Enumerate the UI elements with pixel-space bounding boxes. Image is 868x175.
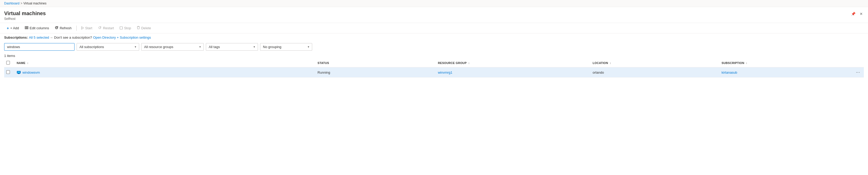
row-status-cell: Running	[316, 67, 436, 78]
toolbar: + + Add Edit columns Refresh Start	[0, 23, 868, 33]
header-status-label: STATUS	[318, 61, 329, 65]
header-actions	[848, 59, 864, 67]
header-subscription-label: SUBSCRIPTION	[721, 61, 744, 65]
breadcrumb-home[interactable]: Dashboard	[4, 2, 20, 5]
vm-name-link[interactable]: windowsvm	[17, 70, 313, 74]
subscription-sort-icon: ↕	[746, 61, 747, 65]
subscriptions-selected-link[interactable]: All 5 selected	[29, 35, 49, 40]
header-resource-group[interactable]: RESOURCE GROUP ↕	[436, 59, 590, 67]
vm-icon	[17, 70, 21, 74]
resource-groups-dropdown[interactable]: All resource groups ▾	[141, 43, 204, 51]
subscriptions-dropdown-arrow: ▾	[135, 45, 136, 49]
start-button[interactable]: Start	[79, 25, 95, 32]
add-icon: +	[7, 26, 9, 30]
header-name-label: NAME	[17, 61, 26, 65]
subscriptions-dash: –	[51, 35, 52, 40]
row-checkbox[interactable]	[6, 70, 10, 74]
rg-sort-icon: ↕	[468, 61, 470, 65]
edit-columns-label: Edit columns	[30, 26, 49, 30]
breadcrumb: Dashboard > Virtual machines	[0, 0, 868, 7]
subscriptions-bar: Subscriptions: All 5 selected – Don't se…	[0, 33, 868, 42]
svg-rect-1	[26, 26, 27, 29]
svg-rect-6	[18, 73, 20, 74]
edit-columns-button[interactable]: Edit columns	[22, 25, 52, 32]
stop-button[interactable]: Stop	[117, 25, 134, 32]
resource-groups-dropdown-label: All resource groups	[144, 45, 173, 49]
page-header: Virtual machines Selfhost 📌 ✕	[0, 7, 868, 23]
row-actions-cell: ···	[848, 67, 864, 78]
table-container: NAME ↕ STATUS RESOURCE GROUP ↕ LOCATION …	[0, 59, 868, 78]
svg-rect-2	[27, 26, 28, 29]
close-icon: ✕	[860, 12, 863, 16]
grouping-dropdown-label: No grouping	[263, 45, 281, 49]
page-title-group: Virtual machines Selfhost	[4, 10, 46, 21]
svg-rect-3	[120, 27, 122, 29]
grouping-dropdown-arrow: ▾	[308, 45, 309, 49]
header-name[interactable]: NAME ↕	[14, 59, 316, 67]
select-all-checkbox[interactable]	[6, 61, 10, 65]
grouping-dropdown[interactable]: No grouping ▾	[260, 43, 312, 51]
row-status: Running	[318, 71, 330, 74]
page-subtitle: Selfhost	[4, 17, 46, 21]
subscriptions-dropdown[interactable]: All subscriptions ▾	[76, 43, 139, 51]
header-status: STATUS	[316, 59, 436, 67]
restart-label: Restart	[103, 26, 114, 30]
svg-rect-7	[18, 74, 20, 74]
filters-row: All subscriptions ▾ All resource groups …	[0, 42, 868, 52]
page-title: Virtual machines	[4, 10, 46, 17]
tags-dropdown-label: All tags	[209, 45, 220, 49]
open-directory-link[interactable]: Open Directory + Subscription settings	[93, 35, 151, 40]
row-checkbox-cell	[4, 67, 14, 78]
header-checkbox-col	[4, 59, 14, 67]
columns-icon	[25, 26, 28, 30]
add-button[interactable]: + + Add	[4, 25, 22, 32]
breadcrumb-separator: >	[21, 2, 23, 5]
subscriptions-dropdown-label: All subscriptions	[80, 45, 104, 49]
page-header-icons: 📌 ✕	[850, 11, 864, 17]
name-sort-icon: ↕	[27, 61, 28, 65]
restart-button[interactable]: Restart	[95, 25, 117, 32]
stop-icon	[120, 26, 123, 30]
vm-name: windowsvm	[23, 71, 40, 74]
header-rg-label: RESOURCE GROUP	[438, 61, 466, 65]
refresh-label: Refresh	[60, 26, 72, 30]
subscriptions-label: Subscriptions:	[4, 35, 28, 40]
search-input[interactable]	[4, 43, 74, 51]
delete-button[interactable]: Delete	[134, 25, 154, 32]
items-count: 1 items	[0, 52, 868, 59]
pin-icon: 📌	[851, 12, 856, 16]
start-icon	[81, 26, 84, 30]
svg-rect-5	[18, 72, 20, 73]
header-subscription[interactable]: SUBSCRIPTION ↕	[719, 59, 848, 67]
tags-dropdown[interactable]: All tags ▾	[206, 43, 258, 51]
row-location-cell: orlando	[590, 67, 719, 78]
stop-label: Stop	[124, 26, 131, 30]
restart-icon	[98, 26, 102, 30]
vm-table: NAME ↕ STATUS RESOURCE GROUP ↕ LOCATION …	[4, 59, 864, 78]
row-name-cell: windowsvm	[14, 67, 316, 78]
add-label: + Add	[10, 26, 19, 30]
svg-rect-0	[25, 26, 26, 29]
row-more-button[interactable]: ···	[855, 70, 862, 75]
close-button[interactable]: ✕	[859, 11, 864, 17]
row-rg-cell: winvmrg1	[436, 67, 590, 78]
pin-button[interactable]: 📌	[850, 11, 857, 17]
delete-icon	[137, 26, 140, 30]
refresh-icon	[55, 26, 58, 30]
row-subscription-cell: kirtanasub	[719, 67, 848, 78]
header-location-label: LOCATION	[593, 61, 608, 65]
table-row: windowsvm Running winvmrg1 orlando kirta…	[4, 67, 864, 78]
dont-see-text: Don't see a subscription?	[54, 35, 92, 40]
row-location: orlando	[593, 71, 604, 74]
row-subscription-link[interactable]: kirtanasub	[721, 71, 737, 74]
location-sort-icon: ↕	[610, 61, 611, 65]
table-header-row: NAME ↕ STATUS RESOURCE GROUP ↕ LOCATION …	[4, 59, 864, 67]
header-location[interactable]: LOCATION ↕	[590, 59, 719, 67]
start-label: Start	[85, 26, 92, 30]
row-rg-link[interactable]: winvmrg1	[438, 71, 453, 74]
refresh-button[interactable]: Refresh	[52, 25, 74, 32]
resource-groups-dropdown-arrow: ▾	[199, 45, 201, 49]
tags-dropdown-arrow: ▾	[253, 45, 255, 49]
delete-label: Delete	[141, 26, 151, 30]
breadcrumb-current: Virtual machines	[24, 2, 46, 5]
